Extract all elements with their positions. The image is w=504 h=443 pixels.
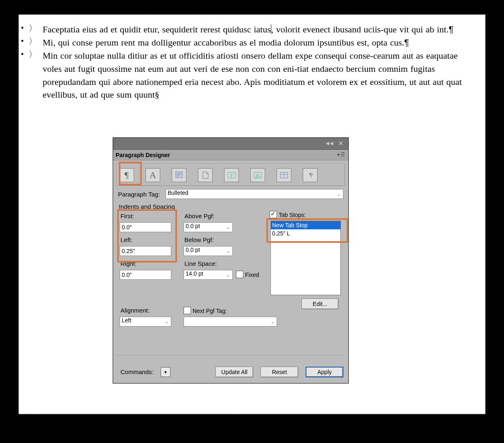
reset-button[interactable]: Reset <box>261 367 298 377</box>
tab-glyph: 〉 <box>29 37 37 45</box>
next-pgf-label: Next Pgf Tag: <box>193 308 227 314</box>
left-input[interactable] <box>120 246 171 256</box>
bullet-text[interactable]: Min cor soluptae nulla ditiur as et ut o… <box>43 49 477 102</box>
bullet-item: • 〉 Min cor soluptae nulla ditiur as et … <box>19 49 485 102</box>
page-lines-icon <box>175 171 183 179</box>
commands-menu[interactable]: ▼ <box>161 367 170 377</box>
dialog-header[interactable]: ◄◄ ✕ <box>113 138 348 150</box>
chevron-down-icon: ⌄ <box>224 223 232 232</box>
tab-stops-list[interactable]: New Tab Stop 0.25" L <box>270 221 341 295</box>
bullet-text-span: Faceptatia eius ad et quidit etur, sequi… <box>43 24 271 34</box>
alignment-label: Alignment: <box>120 307 150 314</box>
collapse-icon[interactable]: ◄◄ <box>325 140 333 146</box>
paragraph-tag-label: Paragraph Tag: <box>118 191 166 198</box>
edit-button-label: Edit... <box>313 301 327 307</box>
bullet-glyph: • <box>21 50 24 58</box>
bullet-item: • 〉 Faceptatia eius ad et quidit etur, s… <box>19 23 485 36</box>
alignment-combo[interactable]: Left⌄ <box>120 317 171 327</box>
table-icon <box>279 171 288 179</box>
asian-icon: あ <box>253 171 262 179</box>
paragraph-tag-value: Bulleted <box>168 190 188 196</box>
svg-text:T: T <box>230 172 233 178</box>
list-item[interactable]: 0.25" L <box>271 229 341 237</box>
panel-menu-icon[interactable] <box>337 151 346 158</box>
pilcrow-icon: ¶ <box>125 170 129 180</box>
below-combo[interactable]: 0.0 pt⌄ <box>184 246 233 256</box>
tab-advanced[interactable]: T <box>224 168 239 182</box>
bullet-glyph: • <box>21 37 24 45</box>
line-space-value: 14.0 pt <box>186 270 203 277</box>
section-title: Indents and Spacing <box>119 203 343 210</box>
chevron-down-icon: ⌄ <box>335 190 343 199</box>
tab-table-cell[interactable] <box>277 168 291 182</box>
tab-numbering[interactable] <box>198 168 213 182</box>
end-glyph: § <box>155 89 159 100</box>
pilcrow: ¶ <box>449 24 454 34</box>
chevron-down-icon: ⌄ <box>224 270 232 279</box>
tab-asian[interactable]: あ <box>250 168 265 182</box>
bullet-text-span: Min cor soluptae nulla ditiur as et ut o… <box>43 50 462 100</box>
above-label: Above Pgf: <box>184 212 214 219</box>
line-space-combo[interactable]: 14.0 pt⌄ <box>184 270 233 280</box>
tab-direction[interactable]: ¶ <box>303 168 318 182</box>
update-all-label: Update All <box>221 369 247 375</box>
tab-stops-label: Tab Stops: <box>279 212 306 218</box>
above-combo[interactable]: 0.0 pt⌄ <box>184 222 233 232</box>
bullet-item: • 〉 Mi, qui conse perum rent ma dolligen… <box>19 36 485 49</box>
alignment-value: Left <box>122 317 131 324</box>
close-icon[interactable]: ✕ <box>338 140 343 147</box>
dialog-title: Paragraph Designer <box>116 152 170 158</box>
tab-glyph: 〉 <box>29 50 37 58</box>
chevron-down-icon: ⌄ <box>224 247 232 256</box>
checkbox-icon <box>236 271 243 278</box>
page-icon <box>201 171 209 179</box>
pilcrow: ¶ <box>404 37 409 48</box>
next-pgf-combo[interactable]: ⌄ <box>184 317 277 327</box>
fixed-label: Fixed <box>245 272 259 278</box>
tab-basic[interactable]: ¶ <box>119 168 134 182</box>
list-item[interactable]: New Tab Stop <box>271 221 341 229</box>
bullet-text-span: , volorit evenect ibusand uciis-que vit … <box>271 24 449 34</box>
bullet-text-span: Mi, qui conse perum rent ma dolligentur … <box>43 37 404 48</box>
paragraph-tag-combo[interactable]: Bulleted ⌄ <box>166 189 343 199</box>
below-label: Below Pgf: <box>184 236 214 243</box>
tab-strip: ¶ A T あ ¶ <box>116 164 345 186</box>
direction-icon: ¶ <box>306 171 315 179</box>
line-space-label: Line Space: <box>184 260 217 267</box>
tab-glyph: 〉 <box>29 24 37 32</box>
tab-font[interactable]: A <box>145 168 160 182</box>
commands-label: Commands: <box>120 368 154 375</box>
apply-label: Apply <box>317 369 331 375</box>
paragraph-designer-dialog: ◄◄ ✕ Paragraph Designer ¶ A T あ <box>113 137 349 384</box>
checkbox-icon <box>270 211 277 218</box>
svg-text:あ: あ <box>255 173 260 178</box>
left-label: Left: <box>120 236 132 243</box>
bullet-text[interactable]: Faceptatia eius ad et quidit etur, sequi… <box>43 23 477 36</box>
above-value: 0.0 pt <box>186 223 200 229</box>
first-label: First: <box>120 212 134 219</box>
first-input[interactable] <box>120 222 171 232</box>
reset-label: Reset <box>272 369 287 375</box>
separator <box>116 355 345 356</box>
t-box-icon: T <box>227 171 236 179</box>
fixed-checkbox[interactable]: Fixed <box>236 271 259 278</box>
chevron-down-icon: ⌄ <box>268 317 277 326</box>
next-pgf-checkbox[interactable]: Next Pgf Tag: <box>184 307 227 314</box>
apply-button[interactable]: Apply <box>306 367 343 377</box>
below-value: 0.0 pt <box>186 247 200 253</box>
right-label: Right: <box>120 260 136 267</box>
chevron-down-icon: ⌄ <box>163 317 171 326</box>
tab-stops-checkbox[interactable]: Tab Stops: <box>270 211 306 218</box>
update-all-button[interactable]: Update All <box>216 367 253 377</box>
svg-text:¶: ¶ <box>309 171 312 178</box>
bullet-glyph: • <box>21 24 24 32</box>
tab-pagination[interactable] <box>172 168 186 182</box>
letter-a-icon: A <box>150 170 156 180</box>
dialog-titlebar[interactable]: Paragraph Designer <box>113 150 348 160</box>
checkbox-icon <box>184 307 191 314</box>
bullet-text[interactable]: Mi, qui conse perum rent ma dolligentur … <box>43 36 477 49</box>
right-input[interactable] <box>120 270 171 280</box>
